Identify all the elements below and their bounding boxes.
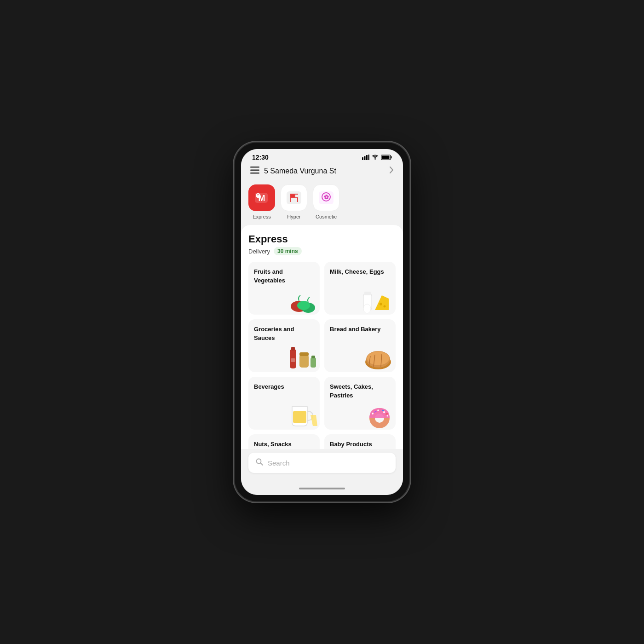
status-icons (362, 155, 392, 160)
cosmetic-label: Cosmetic (316, 214, 337, 219)
battery-icon (381, 155, 392, 160)
svg-rect-31 (299, 352, 309, 356)
svg-rect-6 (382, 156, 390, 159)
svg-point-36 (367, 351, 389, 365)
cosmetic-logo-icon: ✿ (317, 190, 335, 206)
store-selector: M ◉ Express Hyper (241, 181, 403, 225)
delivery-row: Delivery 30 mins (248, 247, 396, 255)
home-bar (299, 488, 345, 489)
header: 5 Sameda Vurguna St (241, 163, 403, 181)
cosmetic-icon-wrapper: ✿ (313, 184, 339, 211)
express-icon-wrapper: M ◉ (248, 184, 275, 211)
svg-line-64 (261, 463, 263, 466)
hyper-label: Hyper (287, 214, 300, 219)
store-item-express[interactable]: M ◉ Express (248, 184, 275, 219)
category-card-groceries[interactable]: Groceries and Sauces (248, 319, 320, 372)
search-input[interactable]: Search (248, 453, 396, 473)
svg-point-26 (363, 304, 371, 313)
category-image-groceries (283, 340, 320, 372)
svg-marker-23 (375, 295, 389, 310)
category-image-milk (359, 282, 396, 315)
svg-rect-15 (291, 195, 294, 197)
svg-point-43 (372, 413, 374, 414)
category-image-sweets (359, 397, 396, 430)
category-name-fruits: Fruits and Vegetables (254, 268, 285, 284)
svg-rect-40 (293, 411, 306, 423)
category-image-bread (359, 340, 396, 372)
svg-rect-30 (299, 355, 309, 368)
svg-rect-32 (310, 357, 316, 368)
search-bar: Search (241, 449, 403, 482)
svg-rect-28 (291, 347, 295, 351)
search-placeholder: Search (268, 459, 290, 467)
svg-point-46 (387, 415, 388, 417)
status-time: 12:30 (252, 154, 269, 161)
svg-text:◉: ◉ (256, 194, 260, 198)
svg-point-24 (380, 303, 382, 305)
svg-rect-0 (362, 157, 363, 160)
status-bar: 12:30 (241, 149, 403, 163)
svg-text:✿: ✿ (324, 194, 329, 201)
wifi-icon (372, 155, 379, 160)
address-chevron-icon[interactable] (389, 166, 394, 176)
section-title: Express (248, 233, 396, 245)
store-item-hyper[interactable]: Hyper (281, 184, 307, 219)
category-card-baby[interactable]: Baby Products 🥝 (324, 434, 396, 449)
hyper-logo-icon (285, 190, 303, 206)
store-item-cosmetic[interactable]: ✿ Cosmetic (313, 184, 339, 219)
category-name-sweets: Sweets, Cakes, Pastries (330, 383, 373, 399)
hyper-icon-wrapper (281, 184, 307, 211)
category-card-milk[interactable]: Milk, Cheese, Eggs (324, 262, 396, 315)
category-card-bread[interactable]: Bread and Bakery (324, 319, 396, 372)
delivery-label: Delivery (248, 248, 270, 255)
delivery-time-badge: 30 mins (274, 247, 302, 255)
hamburger-menu-icon[interactable] (250, 166, 259, 176)
svg-rect-7 (250, 167, 259, 168)
svg-rect-33 (311, 356, 315, 358)
svg-point-44 (377, 409, 379, 411)
address-label: 5 Sameda Vurguna St (264, 167, 389, 175)
category-name-milk: Milk, Cheese, Eggs (330, 268, 384, 275)
express-label: Express (253, 214, 271, 219)
search-icon (256, 458, 263, 467)
category-name-bread: Bread and Bakery (330, 326, 381, 333)
category-name-nuts: Nuts, Snacks (254, 441, 292, 448)
svg-rect-9 (250, 172, 259, 174)
svg-rect-29 (291, 358, 295, 362)
category-card-sweets[interactable]: Sweets, Cakes, Pastries (324, 377, 396, 430)
category-name-baby: Baby Products (330, 441, 372, 448)
svg-point-45 (383, 411, 385, 413)
svg-rect-8 (250, 170, 259, 171)
category-grid: Fruits and Vegetables Milk, Cheese, Egg (248, 262, 396, 449)
phone-screen: 12:30 (241, 149, 403, 495)
svg-rect-2 (366, 155, 368, 160)
category-name-groceries: Groceries and Sauces (254, 326, 294, 341)
express-logo-icon: M ◉ (254, 191, 270, 205)
category-name-beverages: Beverages (254, 383, 284, 390)
main-content: Express Delivery 30 mins Fruits and Vege… (241, 225, 403, 449)
phone-wrapper: 12:30 (235, 143, 409, 501)
category-card-nuts[interactable]: Nuts, Snacks (248, 434, 320, 449)
svg-rect-1 (364, 156, 366, 161)
home-indicator (241, 482, 403, 495)
svg-rect-5 (391, 156, 392, 159)
category-card-beverages[interactable]: Beverages (248, 377, 320, 430)
signal-icon (362, 155, 369, 160)
svg-rect-3 (368, 155, 370, 160)
category-image-fruits (283, 282, 320, 315)
category-image-beverages (283, 397, 320, 430)
category-card-fruits[interactable]: Fruits and Vegetables (248, 262, 320, 315)
svg-point-25 (384, 305, 386, 308)
svg-rect-22 (364, 292, 371, 295)
